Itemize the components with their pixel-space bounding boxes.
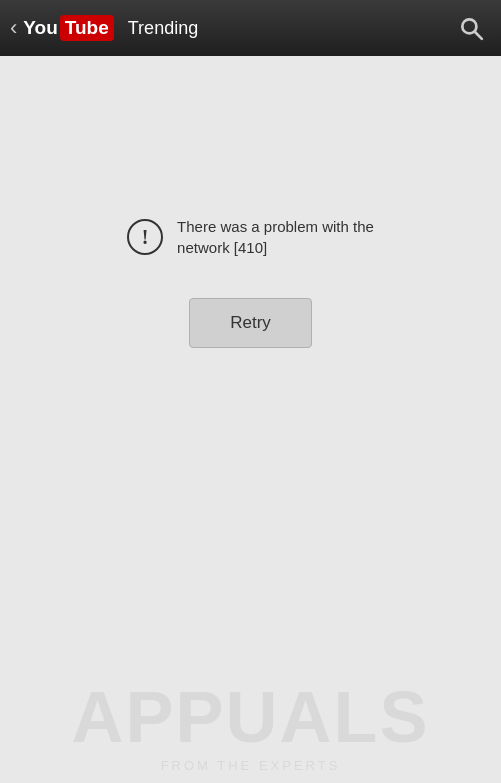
svg-line-1 (475, 32, 482, 39)
youtube-tube-text: Tube (65, 17, 109, 38)
youtube-tube-box: Tube (60, 15, 114, 41)
youtube-you-text: You (23, 17, 57, 39)
error-message-line2: network [410] (177, 239, 267, 256)
header-title: Trending (128, 18, 451, 39)
back-button[interactable]: ‹ (10, 15, 17, 41)
error-icon: ! (127, 219, 163, 255)
content-area: ! There was a problem with the network [… (0, 56, 501, 783)
action-bar: ‹ YouTube Trending (0, 0, 501, 56)
youtube-logo: YouTube (23, 15, 113, 41)
youtube-logo-text: YouTube (23, 15, 113, 41)
watermark-sub: FROM THE EXPERTS (161, 758, 341, 773)
search-button[interactable] (451, 8, 491, 48)
error-row: ! There was a problem with the network [… (127, 216, 374, 258)
watermark-main: APPUALS (71, 676, 429, 758)
error-message: There was a problem with the network [41… (177, 216, 374, 258)
watermark: APPUALS FROM THE EXPERTS (0, 583, 501, 783)
search-icon (458, 15, 484, 41)
error-message-line1: There was a problem with the (177, 218, 374, 235)
error-exclamation: ! (142, 226, 149, 249)
retry-button[interactable]: Retry (189, 298, 312, 348)
